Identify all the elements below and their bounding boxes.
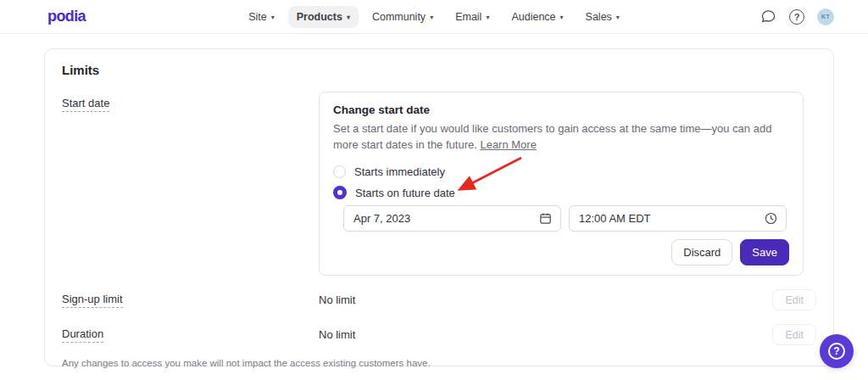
chevron-down-icon: ▾ [430, 14, 433, 21]
calendar-icon[interactable] [538, 211, 553, 226]
help-icon[interactable]: ? [788, 8, 805, 25]
chevron-down-icon: ▾ [616, 14, 620, 21]
start-date-input[interactable] [353, 212, 538, 225]
duration-value: No limit [319, 328, 772, 341]
radio-starts-on-future-date[interactable]: Starts on future date [333, 185, 789, 200]
radio-label: Starts immediately [354, 165, 445, 178]
radio-unselected-icon[interactable] [333, 165, 346, 178]
chat-icon[interactable] [760, 8, 776, 25]
top-navbar: podia Site ▾ Products ▾ Community ▾ Emai… [0, 0, 868, 34]
chevron-down-icon: ▾ [271, 14, 275, 21]
podia-logo[interactable]: podia [47, 8, 86, 25]
change-start-date-panel: Change start date Set a start date if yo… [319, 92, 804, 276]
start-date-input-box[interactable] [343, 205, 561, 232]
save-button[interactable]: Save [740, 239, 789, 265]
start-date-label-col: Start date [62, 92, 319, 112]
signup-limit-value: No limit [319, 293, 772, 306]
radio-label: Starts on future date [355, 187, 455, 199]
signup-limit-label[interactable]: Sign-up limit [62, 293, 123, 308]
start-time-input[interactable] [579, 212, 764, 225]
access-note: Any changes to access you make will not … [62, 358, 816, 368]
chevron-down-icon: ▾ [486, 14, 489, 21]
duration-label-col: Duration [62, 327, 319, 343]
panel-title: Change start date [333, 103, 789, 117]
chevron-down-icon: ▾ [560, 14, 564, 21]
duration-row: Duration No limit Edit [62, 324, 816, 345]
chevron-down-icon: ▾ [347, 14, 350, 21]
nav-item-label: Community [372, 11, 426, 23]
signup-limit-label-col: Sign-up limit [62, 293, 319, 308]
question-mark-icon: ? [828, 343, 845, 360]
nav-item-label: Email [455, 11, 481, 23]
nav-item-label: Site [248, 11, 267, 23]
description-text: Set a start date if you would like custo… [333, 122, 771, 151]
nav-item-sales[interactable]: Sales ▾ [577, 6, 628, 28]
discard-button[interactable]: Discard [671, 239, 732, 265]
signup-limit-edit-button[interactable]: Edit [772, 289, 816, 310]
help-fab-button[interactable]: ? [820, 334, 854, 368]
nav-item-site[interactable]: Site ▾ [240, 6, 283, 28]
start-date-row: Start date Change start date Set a start… [62, 92, 816, 276]
radio-starts-immediately[interactable]: Starts immediately [333, 164, 789, 179]
header-actions: ? KT [760, 8, 834, 25]
panel-actions: Discard Save [333, 239, 789, 265]
duration-label[interactable]: Duration [62, 327, 103, 343]
avatar-initials: KT [821, 14, 830, 20]
signup-limit-row: Sign-up limit No limit Edit [62, 289, 816, 310]
card-title: Limits [62, 63, 816, 78]
panel-description: Set a start date if you would like custo… [333, 120, 789, 153]
nav-item-label: Products [297, 11, 342, 23]
main-nav: Site ▾ Products ▾ Community ▾ Email ▾ Au… [240, 0, 628, 34]
start-time-input-box[interactable] [569, 205, 787, 232]
radio-selected-icon[interactable] [333, 186, 347, 199]
avatar[interactable]: KT [817, 8, 834, 25]
nav-item-products[interactable]: Products ▾ [288, 6, 359, 28]
nav-item-label: Audience [511, 11, 555, 23]
duration-edit-button[interactable]: Edit [772, 324, 816, 345]
date-time-inputs [343, 205, 789, 232]
nav-item-label: Sales [586, 11, 612, 23]
limits-card: Limits Start date Change start date Set … [44, 48, 834, 366]
start-date-label[interactable]: Start date [62, 97, 109, 112]
nav-item-community[interactable]: Community ▾ [364, 6, 442, 28]
nav-item-audience[interactable]: Audience ▾ [503, 6, 571, 28]
learn-more-link[interactable]: Learn More [480, 138, 536, 151]
clock-icon[interactable] [764, 211, 778, 226]
nav-item-email[interactable]: Email ▾ [447, 6, 498, 28]
